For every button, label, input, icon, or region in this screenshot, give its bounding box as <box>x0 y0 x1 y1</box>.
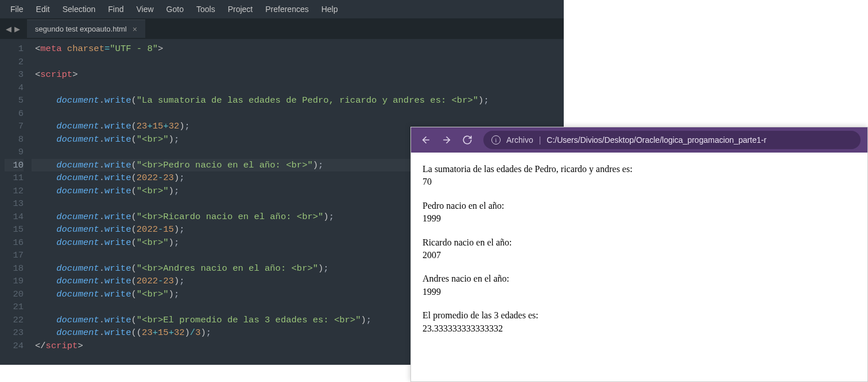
line-number: 18 <box>5 262 24 275</box>
line-number: 22 <box>5 314 24 327</box>
output-block: Ricardo nacio en el año:2007 <box>423 236 856 262</box>
output-block: Andres nacio en el año:1999 <box>423 272 856 298</box>
menu-file[interactable]: File <box>5 3 29 15</box>
line-number: 7 <box>5 120 24 133</box>
code-line[interactable] <box>32 107 564 120</box>
line-number: 13 <box>5 197 24 211</box>
browser-forward-button[interactable] <box>439 132 455 148</box>
browser-back-button[interactable] <box>418 132 434 148</box>
menu-selection[interactable]: Selection <box>57 3 102 15</box>
output-line: 1999 <box>423 212 856 225</box>
code-line[interactable]: <meta charset="UTF - 8"> <box>32 42 564 56</box>
output-line: La sumatoria de las edades de Pedro, ric… <box>423 163 856 176</box>
line-number: 5 <box>5 94 24 107</box>
line-gutter: 123456789101112131415161718192021222324 <box>0 39 32 365</box>
output-line: El promedio de las 3 edades es: <box>423 309 856 322</box>
browser-toolbar: i Archivo | C:/Users/Divios/Desktop/Orac… <box>411 127 867 153</box>
line-number: 19 <box>5 275 24 288</box>
output-line: 1999 <box>423 286 856 298</box>
arrow-right-icon <box>441 135 452 145</box>
address-bar[interactable]: i Archivo | C:/Users/Divios/Desktop/Orac… <box>483 131 861 149</box>
file-tab-label: segundo test expoauto.html <box>35 25 127 33</box>
line-number: 2 <box>5 56 24 69</box>
tab-nav-forward-icon[interactable]: ▶ <box>13 24 21 34</box>
code-line[interactable] <box>32 81 564 95</box>
line-number: 20 <box>5 288 24 301</box>
output-block: Pedro nacio en el año:1999 <box>423 200 856 225</box>
line-number: 17 <box>5 249 24 262</box>
browser-viewport: La sumatoria de las edades de Pedro, ric… <box>411 153 867 356</box>
output-block: El promedio de las 3 edades es:23.333333… <box>423 309 856 335</box>
address-separator: | <box>539 135 541 145</box>
output-line: Pedro nacio en el año: <box>423 200 856 212</box>
line-number: 23 <box>5 326 24 340</box>
line-number: 16 <box>5 236 24 250</box>
line-number: 4 <box>5 81 24 95</box>
menu-tools[interactable]: Tools <box>191 3 221 15</box>
close-icon[interactable]: × <box>133 25 137 33</box>
menu-preferences[interactable]: Preferences <box>259 3 314 15</box>
tab-nav-back-icon[interactable]: ◀ <box>5 24 13 34</box>
code-line[interactable] <box>32 56 564 69</box>
menu-edit[interactable]: Edit <box>30 3 56 15</box>
menu-bar: FileEditSelectionFindViewGotoToolsProjec… <box>0 0 564 18</box>
line-number: 9 <box>5 146 24 159</box>
line-number: 21 <box>5 301 24 314</box>
line-number: 24 <box>5 340 24 353</box>
line-number: 12 <box>5 185 24 198</box>
output-block: La sumatoria de las edades de Pedro, ric… <box>423 163 856 189</box>
code-line[interactable]: document.write("La sumatoria de las edad… <box>32 94 564 107</box>
line-number: 11 <box>5 171 24 185</box>
file-tab[interactable]: segundo test expoauto.html × <box>27 20 145 38</box>
line-number: 3 <box>5 68 24 81</box>
tab-nav-arrows: ◀ ▶ <box>5 24 21 34</box>
menu-find[interactable]: Find <box>102 3 129 15</box>
output-line: 2007 <box>423 249 856 262</box>
line-number: 6 <box>5 107 24 120</box>
reload-icon <box>462 135 472 145</box>
line-number: 14 <box>5 211 24 224</box>
info-icon: i <box>491 135 501 145</box>
address-scheme-label: Archivo <box>506 135 533 145</box>
line-number: 10 <box>5 159 24 172</box>
line-number: 15 <box>5 223 24 236</box>
browser-reload-button[interactable] <box>459 132 475 148</box>
address-path: C:/Users/Divios/Desktop/Oracle/logica_pr… <box>547 135 766 145</box>
menu-project[interactable]: Project <box>222 3 259 15</box>
menu-view[interactable]: View <box>131 3 160 15</box>
line-number: 8 <box>5 133 24 146</box>
arrow-left-icon <box>421 135 431 145</box>
menu-goto[interactable]: Goto <box>161 3 189 15</box>
output-line: Ricardo nacio en el año: <box>423 236 856 249</box>
menu-help[interactable]: Help <box>316 3 344 15</box>
code-line[interactable]: <script> <box>32 68 564 81</box>
output-line: 23.333333333333332 <box>423 322 856 335</box>
output-line: 70 <box>423 176 856 188</box>
browser-window: i Archivo | C:/Users/Divios/Desktop/Orac… <box>410 127 868 382</box>
output-line: Andres nacio en el año: <box>423 272 856 285</box>
tab-bar: ◀ ▶ segundo test expoauto.html × <box>0 18 564 39</box>
line-number: 1 <box>5 42 24 56</box>
